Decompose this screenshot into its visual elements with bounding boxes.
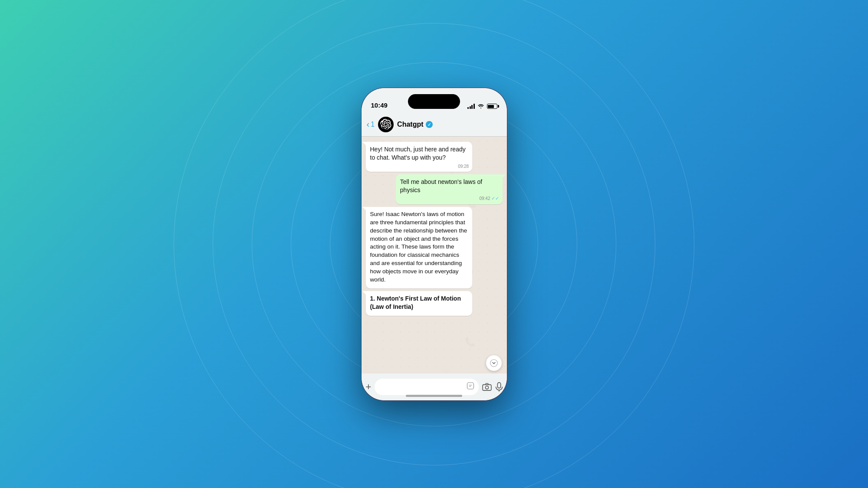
signal-bar-2: [470, 106, 471, 109]
message-input[interactable]: [375, 379, 479, 395]
message-time-2: 09:42 ✓✓: [479, 195, 499, 202]
message-text-3: Sure! Isaac Newton's laws of motion are …: [370, 211, 467, 283]
svg-point-7: [490, 359, 497, 367]
message-incoming-2: Sure! Isaac Newton's laws of motion are …: [366, 207, 473, 288]
wifi-icon: [477, 103, 484, 110]
back-count: 1: [371, 121, 375, 128]
message-text-1: Hey! Not much, just here and ready to ch…: [370, 146, 466, 161]
dynamic-island: [408, 94, 460, 109]
contact-name: Chatgpt: [397, 121, 423, 128]
plus-icon: +: [366, 381, 372, 393]
phone-shell: 10:49 ‹: [362, 88, 507, 400]
signal-bar-3: [471, 105, 473, 109]
back-chevron-icon: ‹: [367, 119, 370, 129]
message-incoming-3: 1. Newton's First Law of Motion (Law of …: [366, 291, 473, 316]
message-ticks-2: ✓✓: [491, 195, 499, 202]
message-text-2: Tell me about newton's laws of physics: [400, 178, 482, 194]
svg-rect-11: [498, 382, 501, 388]
message-time-1: 09:28: [458, 164, 469, 170]
camera-icon: [482, 383, 492, 391]
back-button[interactable]: ‹ 1: [367, 120, 375, 129]
camera-button[interactable]: [482, 383, 492, 391]
home-indicator: [406, 395, 462, 397]
signal-bar-4: [473, 104, 475, 109]
svg-point-10: [486, 386, 489, 389]
sticker-icon[interactable]: [467, 382, 474, 392]
status-time: 10:49: [371, 102, 388, 110]
message-incoming-1: Hey! Not much, just here and ready to ch…: [366, 142, 473, 172]
chevron-down-icon: [490, 359, 498, 367]
battery-icon: [487, 104, 497, 109]
signal-icon: [467, 104, 475, 109]
scroll-down-button[interactable]: [486, 355, 502, 371]
message-text-4: 1. Newton's First Law of Motion (Law of …: [370, 295, 461, 311]
verified-check-icon: ✓: [427, 122, 431, 127]
input-field-wrapper: [375, 379, 479, 395]
verified-badge: ✓: [426, 121, 433, 128]
svg-text:📞: 📞: [465, 337, 476, 347]
phone-screen: 10:49 ‹: [362, 88, 507, 400]
svg-rect-9: [483, 384, 491, 390]
message-outgoing-1: Tell me about newton's laws of physics 0…: [396, 174, 503, 204]
status-icons: [467, 103, 497, 110]
signal-bar-1: [467, 107, 469, 109]
battery-fill: [488, 105, 494, 108]
chatgpt-logo-icon: [380, 119, 391, 130]
avatar: [378, 117, 394, 132]
contact-name-area[interactable]: Chatgpt ✓: [397, 121, 501, 128]
chat-header: ‹ 1 Chatgpt ✓: [362, 113, 507, 137]
microphone-button[interactable]: [495, 382, 503, 392]
chat-body: 🎵 📞 📷 💬 🎵 📞 🔒 Hey! Not much, just here a…: [362, 137, 507, 374]
svg-rect-8: [467, 383, 474, 389]
add-attachment-button[interactable]: +: [366, 380, 372, 394]
chat-messages: Hey! Not much, just here and ready to ch…: [362, 137, 507, 321]
microphone-icon: [495, 382, 503, 392]
